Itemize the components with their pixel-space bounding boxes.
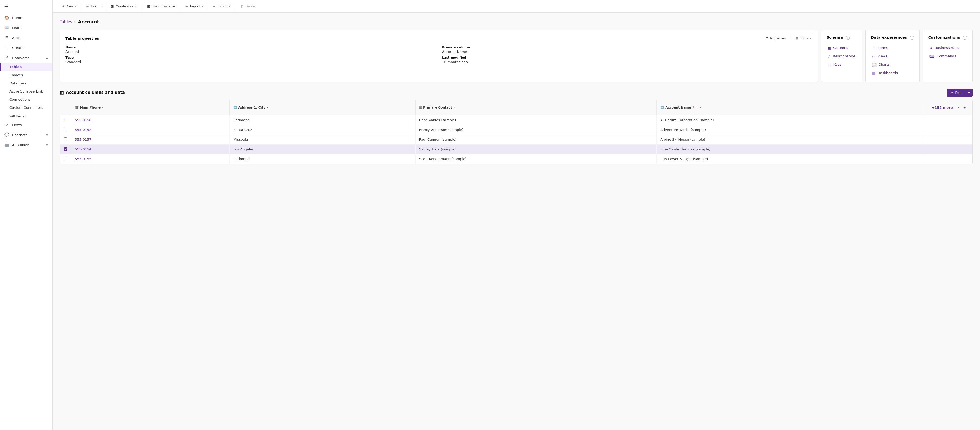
sidebar-item-connections[interactable]: Connections [0,96,52,104]
schema-link-keys[interactable]: 🗝 Keys [827,61,857,68]
table-grid-icon: ⊞ [60,90,64,96]
table-body: 555-0158 Redmond Rene Valdes (sample) A.… [60,115,972,164]
schema-links: ▦ Columns ⤢ Relationships 🗝 Keys [827,44,857,68]
row-checkbox[interactable] [60,135,71,144]
row-checkbox[interactable] [60,144,71,154]
commands-label: Commands [937,54,956,58]
address-city-dropdown-icon[interactable]: ▾ [267,106,268,109]
th-main-phone[interactable]: ☎ Main Phone ▾ [71,100,229,115]
data-experiences-link-charts[interactable]: 📈 Charts [871,61,914,68]
sidebar-item-ai-builder[interactable]: 🤖 AI Builder ∨ [0,140,52,150]
breadcrumb-separator: › [74,20,76,24]
row-checkbox[interactable] [60,125,71,135]
cell-empty [924,154,972,164]
sidebar-item-create[interactable]: ＋ Create [0,43,52,53]
properties-button[interactable]: ⚙ Properties [764,35,787,41]
th-primary-contact[interactable]: ▦ Primary Contact ▾ [415,100,657,115]
sidebar-item-custom-connectors[interactable]: Custom Connectors [0,104,52,112]
main-phone-dropdown-icon[interactable]: ▾ [102,106,103,109]
data-experiences-link-dashboards[interactable]: ▦ Dashboards [871,69,914,77]
row-checkbox[interactable] [60,154,71,164]
row-checkbox[interactable] [60,115,71,125]
new-button[interactable]: ＋ New ▾ [59,2,79,10]
using-table-button[interactable]: ⊞ Using this table [145,3,178,10]
cell-address-city: Redmond [229,154,415,164]
chevron-down-icon: ∨ [46,143,48,147]
dashboards-label: Dashboards [878,71,898,75]
sidebar-item-gateways[interactable]: Gateways [0,112,52,120]
sidebar-item-azure-synapse[interactable]: Azure Synapse Link [0,87,52,96]
sidebar-item-flows[interactable]: ↗ Flows [0,120,52,130]
cell-main-phone[interactable]: 555-0155 [71,154,229,164]
create-app-button[interactable]: ⊞ Create an app [108,3,140,10]
gear-icon: ⚙ [765,36,768,40]
cell-primary-contact: Paul Cannon (sample) [415,135,657,144]
delete-button[interactable]: 🗑 Delete [237,3,258,10]
th-more-cols[interactable]: +152 more ▾ ＋ [924,100,972,115]
create-app-label: Create an app [116,4,137,8]
sidebar-item-label: Flows [12,123,22,127]
forms-icon: 🗋 [872,46,876,50]
customizations-info-icon[interactable]: i [963,36,967,40]
sidebar-item-dataflows[interactable]: Dataflows [0,79,52,87]
row-check-input[interactable] [64,118,67,121]
import-button[interactable]: ← Import ▾ [182,3,205,10]
sidebar: ☰ 🏠 Home 📖 Learn ⊞ Apps ＋ Create 🗄 Datav… [0,0,52,430]
sidebar-item-learn[interactable]: 📖 Learn [0,22,52,33]
row-check-input[interactable] [64,147,67,151]
sidebar-item-label: AI Builder [12,143,29,147]
sidebar-item-apps[interactable]: ⊞ Apps [0,33,52,43]
cell-main-phone[interactable]: 555-0157 [71,135,229,144]
schema-link-columns[interactable]: ▦ Columns [827,44,857,51]
using-table-label: Using this table [152,4,175,8]
th-account-name[interactable]: 🔤 Account Name * ↑ ▾ [657,100,924,115]
th-address-city[interactable]: 🔤 Address 1: City ▾ [229,100,415,115]
edit-dropdown-button[interactable]: ▾ [966,89,973,97]
export-button[interactable]: → Export ▾ [210,3,233,10]
chevron-down-icon: ∨ [46,133,48,137]
delete-icon: 🗑 [240,4,244,8]
edit-dropdown-arrow[interactable]: ▾ [100,5,104,8]
customizations-link-commands[interactable]: ⌨ Commands [928,53,967,60]
th-address-city-label: Address 1: City [238,106,265,109]
schema-card: Schema i ▦ Columns ⤢ Relationships 🗝 [821,30,862,82]
schema-info-icon[interactable]: i [846,36,850,40]
more-cols-dropdown-icon[interactable]: ▾ [958,106,959,109]
customizations-link-business-rules[interactable]: ⚙ Business rules [928,44,967,51]
sidebar-section-label: Tables [10,65,22,69]
row-check-input[interactable] [64,137,67,141]
primary-contact-dropdown-icon[interactable]: ▾ [453,106,455,109]
edit-label: Edit [91,4,97,8]
row-check-input[interactable] [64,128,67,131]
more-cols-button[interactable]: +152 more [928,103,956,112]
cell-main-phone[interactable]: 555-0154 [71,144,229,154]
name-label: Name [65,45,436,49]
apps-icon: ⊞ [4,35,10,40]
breadcrumb-current: Account [78,19,99,24]
sidebar-section-label: Custom Connectors [10,106,43,110]
sidebar-item-dataverse[interactable]: 🗄 Dataverse ∧ [0,53,52,63]
add-column-button[interactable]: ＋ [960,103,969,113]
table-row: 555-0158 Redmond Rene Valdes (sample) A.… [60,115,972,125]
edit-data-main[interactable]: ✏ Edit [947,89,965,97]
account-name-dropdown-icon[interactable]: ▾ [700,106,701,109]
hamburger-icon[interactable]: ☰ [4,4,8,9]
sidebar-item-choices[interactable]: Choices [0,71,52,79]
tools-button[interactable]: ⊞ Tools ▾ [794,35,813,41]
sidebar-item-home[interactable]: 🏠 Home [0,13,52,22]
data-experiences-info-icon[interactable]: i [910,36,914,40]
cell-main-phone[interactable]: 555-0158 [71,115,229,125]
edit-data-button[interactable]: ✏ Edit ▾ [947,89,973,97]
th-select [60,100,71,115]
cell-main-phone[interactable]: 555-0152 [71,125,229,135]
sidebar-item-tables[interactable]: Tables [0,63,52,71]
row-check-input[interactable] [64,157,67,160]
data-experiences-link-forms[interactable]: 🗋 Forms [871,44,914,51]
schema-link-relationships[interactable]: ⤢ Relationships [827,53,857,60]
edit-button[interactable]: ✏ Edit [84,3,99,10]
cell-address-city: Los Angeles [229,144,415,154]
data-experiences-link-views[interactable]: ▭ Views [871,53,914,60]
sidebar-item-chatbots[interactable]: 💬 Chatbots ∨ [0,130,52,140]
breadcrumb-parent[interactable]: Tables [60,19,72,24]
table-properties-card: Table properties ⚙ Properties ⊞ Tools ▾ [60,30,818,82]
